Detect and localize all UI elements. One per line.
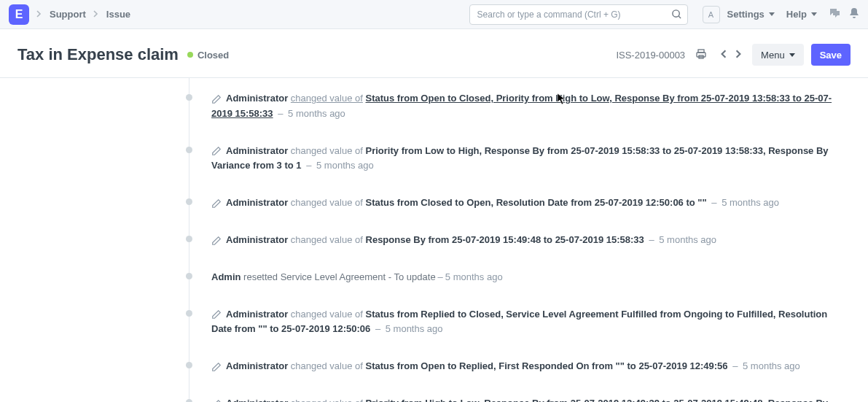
separator: –: [646, 234, 657, 245]
breadcrumb-support[interactable]: Support: [50, 9, 86, 20]
timeline-author: Admin: [211, 271, 241, 282]
timeline-bullet-icon: [186, 198, 192, 205]
separator: –: [372, 323, 383, 334]
timeline-bullet-icon: [186, 362, 192, 368]
timeline-entry-body: Administrator changed value of Priority …: [211, 144, 846, 174]
pencil-icon: [211, 146, 222, 156]
timeline-ago: 5 months ago: [316, 160, 374, 171]
chevron-down-icon: [811, 12, 817, 16]
timeline-entry: Administrator changed value of Priority …: [189, 396, 846, 402]
timeline-bullet-icon: [186, 147, 192, 153]
timeline-ago: 5 months ago: [288, 108, 345, 119]
user-avatar[interactable]: A: [703, 6, 720, 23]
timeline-ago: 5 months ago: [445, 271, 503, 282]
chevron-right-icon: [36, 9, 42, 20]
timeline-entry: Administrator changed value of Status fr…: [189, 91, 846, 144]
timeline-entry-body: Admin resetted Service Level Agreement -…: [211, 270, 846, 285]
status-dot-icon: [187, 52, 193, 58]
timeline-entry: Administrator changed value of Status fr…: [189, 359, 846, 396]
timeline-entry: Administrator changed value of Status fr…: [189, 196, 846, 233]
save-button[interactable]: Save: [811, 44, 851, 66]
timeline-author: Administrator: [226, 360, 288, 371]
timeline-author: Administrator: [226, 309, 288, 320]
pencil-icon: [211, 309, 222, 320]
timeline-entry-body: Administrator changed value of Status fr…: [211, 196, 846, 211]
timeline-entry: Administrator changed value of Priority …: [189, 144, 846, 196]
timeline-action: changed value of: [291, 234, 363, 245]
chat-icon[interactable]: [829, 7, 840, 21]
search-input[interactable]: [469, 4, 688, 25]
next-doc-icon[interactable]: [732, 47, 745, 63]
help-label: Help: [786, 9, 807, 20]
settings-menu[interactable]: Settings: [727, 9, 775, 20]
timeline-description: Status from Closed to Open, Resolution D…: [366, 197, 707, 208]
timeline-action: changed value of: [291, 197, 363, 208]
chevron-down-icon: [789, 53, 795, 57]
timeline-entry: Administrator changed value of Status fr…: [189, 307, 846, 360]
search-icon[interactable]: [671, 9, 682, 22]
menu-label: Menu: [761, 50, 785, 61]
search-wrap: [469, 4, 688, 25]
topbar: E Support Issue A Settings Help: [0, 0, 868, 29]
timeline-action: changed value of: [291, 398, 363, 402]
prev-doc-icon[interactable]: [717, 47, 730, 63]
chevron-down-icon: [769, 12, 775, 16]
timeline-entry-body: Administrator changed value of Status fr…: [211, 91, 846, 122]
timeline-ago: 5 months ago: [743, 360, 800, 371]
timeline-ago: 5 months ago: [659, 234, 716, 245]
timeline-ago: 5 months ago: [722, 197, 779, 208]
timeline-author: Administrator: [226, 197, 288, 208]
pencil-icon: [211, 198, 222, 209]
pencil-icon: [211, 94, 222, 104]
print-icon[interactable]: [692, 45, 710, 65]
timeline-author: Administrator: [226, 145, 288, 156]
timeline-action: changed value of: [291, 145, 363, 156]
pencil-icon: [211, 362, 222, 372]
form-sidebar: [0, 78, 189, 402]
bell-icon[interactable]: [849, 7, 859, 21]
breadcrumb-issue[interactable]: Issue: [106, 9, 130, 20]
separator: –: [730, 360, 740, 371]
page-header: Tax in Expense claim Closed ISS-2019-000…: [0, 29, 868, 78]
page-title: Tax in Expense claim: [17, 45, 179, 64]
svg-rect-3: [697, 53, 705, 57]
timeline-action: changed value of: [291, 360, 363, 371]
timeline-entry-body: Administrator changed value of Response …: [211, 233, 846, 248]
timeline-entry: Administrator changed value of Response …: [189, 233, 846, 270]
separator: –: [709, 197, 719, 208]
timeline-action: changed value of: [291, 309, 363, 320]
timeline-list: Administrator changed value of Status fr…: [189, 78, 868, 402]
svg-point-0: [672, 9, 679, 16]
settings-label: Settings: [727, 9, 765, 20]
separator: –: [275, 108, 286, 119]
pencil-icon: [211, 399, 222, 402]
timeline-bullet-icon: [186, 94, 192, 101]
timeline-description: Status from Open to Replied, First Respo…: [366, 360, 728, 371]
pencil-icon: [211, 236, 222, 246]
chevron-right-icon: [93, 9, 99, 20]
timeline-author: Administrator: [226, 398, 288, 402]
timeline-entry-body: Administrator changed value of Status fr…: [211, 359, 846, 374]
svg-line-1: [679, 16, 681, 18]
timeline-bullet-icon: [186, 236, 192, 242]
timeline-action: resetted Service Level Agreement - To up…: [243, 271, 436, 282]
brand-logo[interactable]: E: [9, 4, 29, 25]
timeline-bullet-icon: [186, 399, 192, 402]
status-badge: Closed: [187, 50, 229, 61]
timeline-bullet-icon: [186, 273, 192, 279]
timeline-container: Administrator changed value of Status fr…: [0, 78, 868, 402]
timeline-action[interactable]: changed value of: [291, 93, 363, 104]
menu-button[interactable]: Menu: [752, 44, 804, 66]
timeline-entry: Admin resetted Service Level Agreement -…: [189, 270, 846, 307]
timeline-bullet-icon: [186, 310, 192, 317]
timeline-description: Response By from 25-07-2019 15:49:48 to …: [366, 234, 644, 245]
breadcrumb: Support Issue: [36, 9, 130, 20]
separator: –: [438, 271, 443, 282]
nav-arrows: [717, 47, 745, 63]
status-text: Closed: [198, 50, 229, 61]
timeline-author: Administrator: [226, 93, 288, 104]
help-menu[interactable]: Help: [786, 9, 817, 20]
timeline-entry-body: Administrator changed value of Status fr…: [211, 307, 846, 338]
separator: –: [304, 160, 314, 171]
document-id: ISS-2019-00003: [616, 50, 685, 61]
